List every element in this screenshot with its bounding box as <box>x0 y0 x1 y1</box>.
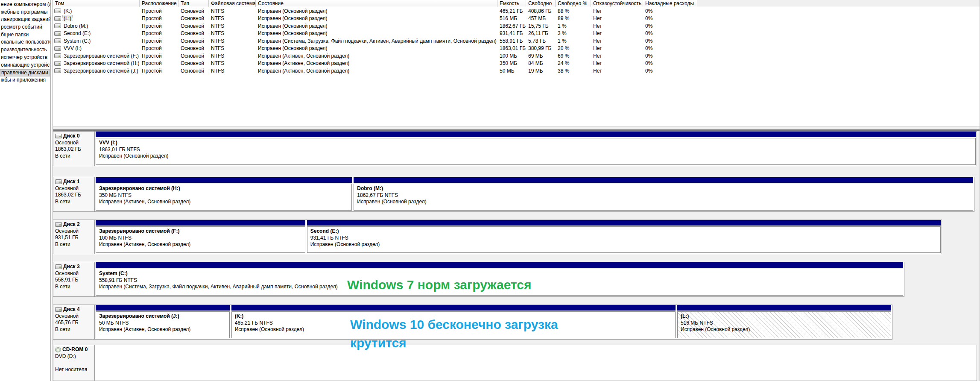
disk-size: 1863,02 ГБ <box>55 192 93 199</box>
volume-cell-fs: NTFS <box>209 23 256 29</box>
volume-cell-free: 19 МБ <box>526 68 556 74</box>
horizontal-splitter[interactable] <box>53 126 980 131</box>
volume-cell-capacity: 516 МБ <box>497 15 526 21</box>
disk-kind: Основной <box>55 185 93 192</box>
disk-info-panel[interactable]: CD-ROM 0DVD (D:) Нет носителя <box>53 345 95 381</box>
partition-1-1[interactable]: Dobro (M:)1862,67 ГБ NTFSИсправен (Основ… <box>354 177 973 211</box>
disk-size: 1863,02 ГБ <box>55 146 93 153</box>
volume-cell-fault_tolerance: Нет <box>591 60 643 66</box>
volume-cell-type: Основной <box>178 30 209 36</box>
disk-name: Диск 3 <box>55 264 93 270</box>
partition-body[interactable]: Dobro (M:)1862,67 ГБ NTFSИсправен (Основ… <box>354 184 973 211</box>
sidebar-item-4[interactable]: бщие папки <box>0 31 50 39</box>
volume-cell-fs: NTFS <box>209 53 256 59</box>
partition-body[interactable]: Зарезервировано системой (J:)50 МБ NTFSИ… <box>96 311 230 338</box>
partition-body[interactable]: Зарезервировано системой (H:)350 МБ NTFS… <box>96 184 352 211</box>
partition-type-strip <box>231 305 676 311</box>
column-header-0[interactable]: Том <box>53 0 140 7</box>
disk-name: Диск 2 <box>55 221 93 228</box>
volume-cell-fault_tolerance: Нет <box>591 45 643 51</box>
disk-info-panel[interactable]: Диск 3Основной558,91 ГБВ сети <box>53 262 95 296</box>
column-header-6[interactable]: Свободно <box>526 0 556 7</box>
volume-row-0[interactable]: (K:)ПростойОсновнойNTFSИсправен (Основно… <box>53 7 980 15</box>
disk-info-panel[interactable]: Диск 4Основной465,76 ГБВ сети <box>53 305 95 339</box>
partition-4-2[interactable]: (L:)516 МБ NTFSИсправен (Основной раздел… <box>677 305 891 338</box>
partition-4-0[interactable]: Зарезервировано системой (J:)50 МБ NTFSИ… <box>96 305 230 338</box>
volume-cell-fs: NTFS <box>209 68 256 74</box>
sidebar-item-8[interactable]: оминающие устройст <box>0 62 50 69</box>
sidebar-item-3[interactable]: росмотр событий <box>0 23 50 31</box>
disk-icon <box>55 307 62 312</box>
volume-cell-fs: NTFS <box>209 38 256 44</box>
volume-cell-fs: NTFS <box>209 8 256 14</box>
volume-row-1[interactable]: (L:)ПростойОсновнойNTFSИсправен (Основно… <box>53 15 980 23</box>
disk-name: Диск 1 <box>55 179 93 185</box>
disk-info-panel[interactable]: Диск 1Основной1863,02 ГБВ сети <box>53 177 95 211</box>
partition-type-strip <box>96 132 976 137</box>
volume-cell-type: Основной <box>178 15 209 21</box>
partition-0-0[interactable]: VVV (I:)1863,01 ГБ NTFSИсправен (Основно… <box>96 132 976 165</box>
volume-row-4[interactable]: System (C:)ПростойОсновнойNTFSИсправен (… <box>53 37 980 45</box>
volume-cell-free: 26,11 ГБ <box>526 30 556 36</box>
partition-title: System (C:) <box>99 270 900 277</box>
sidebar-item-5[interactable]: окальные пользовате <box>0 38 50 46</box>
volume-row-3[interactable]: Second (E:)ПростойОсновнойNTFSИсправен (… <box>53 30 980 38</box>
column-header-filler <box>697 0 980 7</box>
volume-cell-free_pct: 38 % <box>556 68 591 74</box>
volume-cell-capacity: 1863,01 ГБ <box>497 45 526 51</box>
volume-row-7[interactable]: Зарезервировано системой (H:)ПростойОсно… <box>53 60 980 67</box>
partition-body[interactable]: VVV (I:)1863,01 ГБ NTFSИсправен (Основно… <box>96 138 976 165</box>
volume-cell-free: 69 МБ <box>526 53 556 59</box>
column-header-7[interactable]: Свободно % <box>556 0 591 7</box>
volume-cell-capacity: 1862,67 ГБ <box>497 23 526 29</box>
disk-kind: DVD (D:) <box>55 353 93 360</box>
volume-cell-fs: NTFS <box>209 60 256 66</box>
volume-cell-free_pct: 3 % <box>556 30 591 36</box>
win7-note: Windows 7 норм загружается <box>347 278 531 292</box>
column-header-5[interactable]: Емкость <box>497 0 526 7</box>
column-header-4[interactable]: Состояние <box>256 0 497 7</box>
sidebar-item-1[interactable]: жебные программы <box>0 9 50 16</box>
volume-cell-capacity: 558,91 ГБ <box>497 38 526 44</box>
volume-cell-location: Простой <box>140 45 178 51</box>
volume-row-8[interactable]: Зарезервировано системой (J:)ПростойОсно… <box>53 67 980 75</box>
volume-row-5[interactable]: VVV (I:)ПростойОсновнойNTFSИсправен (Осн… <box>53 45 980 53</box>
drive-icon <box>54 38 61 43</box>
sidebar-item-0[interactable]: ение компьютером (л <box>0 1 50 9</box>
partition-2-0[interactable]: Зарезервировано системой (F:)100 МБ NTFS… <box>96 220 305 253</box>
volume-cell-capacity: 350 МБ <box>497 60 526 66</box>
partition-size: 516 МБ NTFS <box>681 320 888 327</box>
column-header-9[interactable]: Накладные расходы <box>643 0 697 7</box>
disk-info-panel[interactable]: Диск 2Основной931,51 ГБВ сети <box>53 220 95 254</box>
partition-title: Зарезервировано системой (H:) <box>99 185 348 192</box>
column-header-1[interactable]: Расположение <box>140 0 178 7</box>
volume-cell-free_pct: 69 % <box>556 53 591 59</box>
volume-row-2[interactable]: Dobro (M:)ПростойОсновнойNTFSИсправен (О… <box>53 22 980 30</box>
volume-row-6[interactable]: Зарезервировано системой (F:)ПростойОсно… <box>53 52 980 60</box>
volume-name-cell: Зарезервировано системой (F:) <box>53 53 140 59</box>
drive-icon <box>54 53 61 58</box>
sidebar-item-7[interactable]: испетчер устройств <box>0 54 50 62</box>
disk-block-0: Диск 0Основной1863,02 ГБВ сетиVVV (I:)18… <box>53 131 977 166</box>
volume-cell-fs: NTFS <box>209 15 256 21</box>
volume-cell-status: Исправен (Основной раздел) <box>256 45 497 51</box>
partition-2-1[interactable]: Second (E:)931,41 ГБ NTFSИсправен (Основ… <box>307 220 941 253</box>
partition-body[interactable]: (L:)516 МБ NTFSИсправен (Основной раздел… <box>677 311 891 338</box>
volume-label: Second (E:) <box>63 30 91 36</box>
disk-info-panel[interactable]: Диск 0Основной1863,02 ГБВ сети <box>53 132 95 166</box>
volume-cell-free_pct: 89 % <box>556 15 591 21</box>
volume-cell-overhead: 0% <box>643 60 697 66</box>
volume-cell-fs: NTFS <box>209 30 256 36</box>
partition-1-0[interactable]: Зарезервировано системой (H:)350 МБ NTFS… <box>96 177 352 211</box>
column-header-3[interactable]: Файловая система <box>209 0 256 7</box>
sidebar-item-6[interactable]: роизводительность <box>0 46 50 54</box>
sidebar-item-2[interactable]: ланировщик заданий <box>0 16 50 23</box>
column-header-8[interactable]: Отказоустойчивость <box>591 0 643 7</box>
partition-body[interactable]: Зарезервировано системой (F:)100 МБ NTFS… <box>96 226 305 253</box>
volume-name-cell: (L:) <box>53 15 140 21</box>
column-header-2[interactable]: Тип <box>178 0 209 7</box>
sidebar-item-10[interactable]: жбы и приложения <box>0 76 50 84</box>
sidebar-item-9[interactable]: правление дисками <box>0 69 50 76</box>
cdrom-icon <box>55 347 61 352</box>
partition-body[interactable]: Second (E:)931,41 ГБ NTFSИсправен (Основ… <box>307 226 941 253</box>
